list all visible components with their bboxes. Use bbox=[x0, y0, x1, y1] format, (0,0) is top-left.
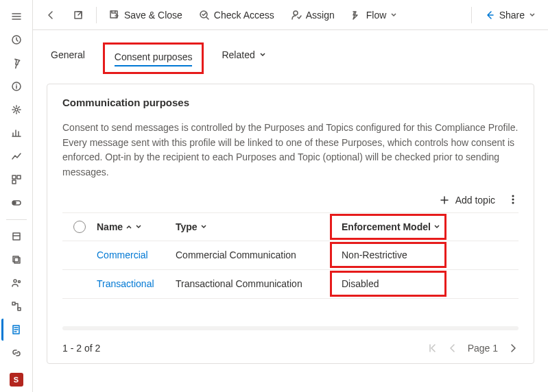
svg-rect-9 bbox=[13, 256, 19, 262]
tab-consent-label: Consent purposes bbox=[115, 51, 193, 66]
save-close-button[interactable]: Save & Close bbox=[102, 5, 189, 25]
back-button[interactable] bbox=[38, 5, 63, 25]
svg-point-2 bbox=[15, 108, 18, 111]
more-vertical-icon bbox=[508, 194, 519, 205]
popout-button[interactable] bbox=[66, 5, 91, 25]
purposes-grid: Name Type Enforcement Model Commercial C… bbox=[62, 212, 519, 299]
chevron-down-icon bbox=[259, 51, 266, 58]
rail-toggle-icon[interactable] bbox=[3, 192, 30, 214]
select-all-checkbox[interactable] bbox=[73, 221, 86, 233]
communication-purposes-card: Communication purposes Consent to send m… bbox=[47, 84, 534, 364]
toolbar-divider bbox=[96, 7, 97, 23]
row-name-link[interactable]: Commercial bbox=[97, 249, 176, 260]
rail-copy-icon[interactable] bbox=[3, 249, 30, 271]
rail-settings-icon[interactable] bbox=[3, 99, 30, 121]
add-topic-label: Add topic bbox=[455, 195, 495, 206]
rail-grid-icon[interactable] bbox=[3, 169, 30, 191]
tab-related-label: Related bbox=[222, 49, 254, 60]
more-button[interactable] bbox=[508, 194, 519, 207]
pager-next-icon[interactable] bbox=[508, 343, 519, 354]
row-type: Commercial Communication bbox=[176, 249, 330, 260]
rail-pin-icon[interactable] bbox=[3, 52, 30, 74]
svg-rect-8 bbox=[13, 233, 20, 240]
tab-consent-purposes[interactable]: Consent purposes bbox=[103, 42, 204, 74]
sort-up-icon bbox=[126, 223, 132, 230]
rail-divider bbox=[6, 219, 27, 220]
check-access-label: Check Access bbox=[214, 10, 274, 21]
rail-doc-icon[interactable] bbox=[1, 319, 29, 341]
svg-rect-5 bbox=[12, 180, 16, 184]
rail-info-icon[interactable] bbox=[3, 75, 30, 97]
col-header-name[interactable]: Name bbox=[97, 221, 176, 232]
row-enforcement: Non-Restrictive bbox=[332, 249, 444, 260]
svg-point-20 bbox=[512, 195, 514, 197]
chevron-down-icon bbox=[529, 12, 536, 19]
add-topic-button[interactable]: Add topic bbox=[439, 195, 495, 206]
pager-page: Page 1 bbox=[468, 343, 498, 354]
row-name-link[interactable]: Transactional bbox=[97, 278, 176, 289]
card-description: Consent to send messages is controlled b… bbox=[62, 121, 519, 180]
flow-label: Flow bbox=[366, 10, 387, 21]
col-enf-label: Enforcement Model bbox=[342, 221, 431, 232]
svg-point-12 bbox=[18, 281, 20, 283]
chevron-down-icon bbox=[390, 12, 397, 19]
col-name-label: Name bbox=[97, 221, 123, 232]
assign-label: Assign bbox=[306, 10, 335, 21]
rail-recent-icon[interactable] bbox=[3, 29, 30, 51]
row-type: Transactional Communication bbox=[176, 278, 330, 289]
svg-point-21 bbox=[512, 199, 514, 200]
chevron-down-icon bbox=[135, 223, 142, 230]
rail-box-icon[interactable] bbox=[3, 225, 30, 247]
svg-point-19 bbox=[294, 11, 298, 15]
svg-point-22 bbox=[512, 202, 514, 204]
pager-first-icon[interactable] bbox=[427, 343, 438, 354]
rail-chart-icon[interactable] bbox=[3, 145, 30, 167]
rail-flow-icon[interactable] bbox=[3, 295, 30, 317]
flow-button[interactable]: Flow bbox=[344, 5, 405, 25]
card-title: Communication purposes bbox=[62, 97, 519, 108]
chevron-down-icon bbox=[200, 223, 207, 230]
grid-header: Name Type Enforcement Model bbox=[62, 212, 519, 241]
share-button[interactable]: Share bbox=[477, 5, 543, 25]
table-row[interactable]: Commercial Commercial Communication Non-… bbox=[62, 241, 519, 270]
col-header-enforcement[interactable]: Enforcement Model bbox=[332, 221, 444, 232]
tab-related[interactable]: Related bbox=[217, 47, 270, 70]
form-tabs: General Consent purposes Related bbox=[33, 30, 548, 74]
pager-range: 1 - 2 of 2 bbox=[62, 343, 100, 354]
save-close-label: Save & Close bbox=[124, 10, 182, 21]
col-header-type[interactable]: Type bbox=[176, 221, 330, 232]
col-type-label: Type bbox=[176, 221, 198, 232]
svg-point-7 bbox=[13, 201, 16, 204]
grid-pager: 1 - 2 of 2 Page 1 bbox=[62, 343, 519, 354]
row-enforcement: Disabled bbox=[332, 278, 444, 289]
table-row[interactable]: Transactional Transactional Communicatio… bbox=[62, 270, 519, 299]
plus-icon bbox=[439, 195, 450, 206]
chevron-down-icon bbox=[433, 223, 440, 230]
horizontal-scrollbar[interactable] bbox=[62, 326, 519, 330]
rail-menu-icon[interactable] bbox=[3, 5, 30, 27]
check-access-button[interactable]: Check Access bbox=[192, 5, 281, 25]
svg-point-11 bbox=[14, 280, 16, 282]
rail-people-icon[interactable] bbox=[3, 272, 30, 294]
share-label: Share bbox=[499, 10, 525, 21]
pager-prev-icon[interactable] bbox=[447, 343, 458, 354]
command-bar: Save & Close Check Access Assign Flow Sh… bbox=[33, 0, 548, 30]
svg-rect-4 bbox=[17, 175, 21, 179]
rail-bars-icon[interactable] bbox=[3, 122, 30, 144]
svg-rect-10 bbox=[14, 258, 20, 263]
toolbar-divider bbox=[471, 7, 472, 23]
assign-button[interactable]: Assign bbox=[284, 5, 342, 25]
left-nav-rail: S bbox=[0, 0, 33, 392]
rail-badge[interactable]: S bbox=[10, 373, 23, 387]
tab-general[interactable]: General bbox=[47, 47, 89, 70]
svg-rect-3 bbox=[12, 175, 16, 179]
rail-link-icon[interactable] bbox=[3, 342, 30, 364]
